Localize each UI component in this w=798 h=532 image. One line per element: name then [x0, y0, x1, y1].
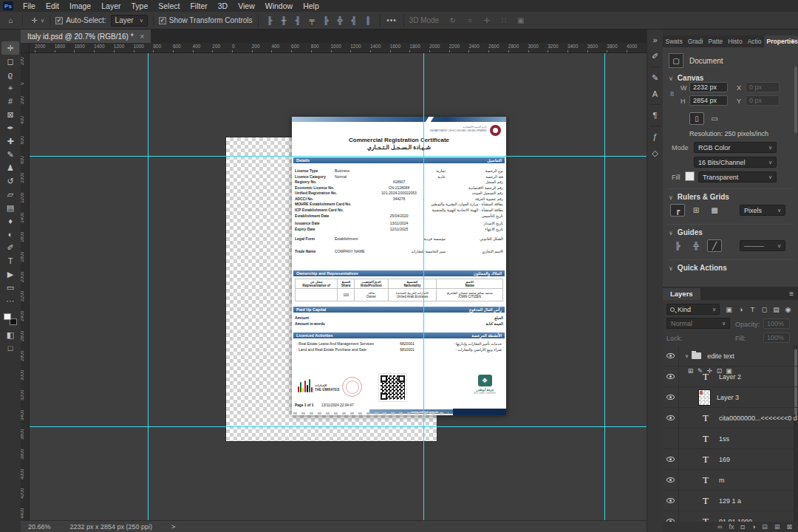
scrollbar[interactable]	[794, 66, 797, 133]
layer-filter-select[interactable]: Kind ∨	[666, 304, 720, 315]
tab-histo[interactable]: Histo	[726, 35, 745, 47]
guide-vertical-3[interactable]	[604, 53, 605, 520]
color-swatches[interactable]	[4, 313, 17, 325]
guide-style-select[interactable]: ———∨	[740, 240, 785, 251]
marquee-tool[interactable]: ◻	[1, 55, 19, 68]
canvas-section-header[interactable]: ∨Canvas	[669, 74, 703, 82]
visibility-toggle[interactable]	[663, 511, 679, 522]
landscape-orientation-button[interactable]: ▭	[707, 112, 722, 125]
brush-tool[interactable]: ✎	[1, 148, 19, 161]
link-dimensions-icon[interactable]: 8	[670, 90, 674, 98]
document-tab[interactable]: Italy id.psd @ 20.7% (RGB/16) * ×	[21, 30, 151, 43]
object-selection-tool[interactable]: ⌖	[1, 81, 19, 95]
link-layers-icon[interactable]: ∞	[717, 523, 722, 531]
home-icon[interactable]: ⌂	[4, 16, 17, 24]
layer-name[interactable]: 129 1 a	[719, 497, 741, 505]
eraser-tool[interactable]: ▱	[1, 188, 19, 201]
align-center-h-icon[interactable]: ╫	[278, 16, 290, 24]
panel-menu-icon[interactable]: ≡	[791, 37, 795, 45]
tab-patte[interactable]: Patte	[706, 35, 726, 47]
distribute-center-icon[interactable]: ╬	[334, 16, 347, 24]
visibility-toggle[interactable]	[663, 449, 679, 470]
visibility-toggle[interactable]	[663, 491, 679, 511]
lasso-tool[interactable]: ϱ	[1, 68, 19, 81]
layer-fill-field[interactable]: 100%	[763, 332, 790, 343]
distribute-top-icon[interactable]: ╠	[320, 16, 332, 24]
layers-menu-icon[interactable]: ≡	[789, 290, 794, 298]
height-field[interactable]: 2854 px	[689, 95, 728, 106]
layer-row[interactable]: Tm	[663, 470, 798, 491]
snap-icon[interactable]: ▩	[707, 204, 722, 216]
visibility-toggle[interactable]	[663, 387, 679, 408]
align-center-v-icon[interactable]: ╤	[306, 16, 318, 24]
clone-stamp-tool[interactable]: ♟	[1, 161, 19, 174]
move-tool-icon[interactable]: ✛	[28, 16, 41, 24]
layer-row[interactable]: T169	[663, 449, 798, 470]
menu-help[interactable]: Help	[298, 1, 324, 11]
delete-layer-icon[interactable]: ⊠	[786, 523, 792, 531]
guide-horizontal-2[interactable]	[30, 426, 647, 427]
layer-row[interactable]: T129 1 a	[663, 491, 798, 511]
distribute-h-icon[interactable]: ║	[362, 16, 375, 24]
status-chevron-icon[interactable]: >	[171, 523, 175, 531]
auto-select-target-dropdown[interactable]: Layer∨	[111, 15, 148, 27]
blur-tool[interactable]: ♦	[1, 214, 19, 228]
layer-name[interactable]: 1ss	[719, 435, 729, 443]
quick-actions-section-header[interactable]: ∨Quick Actions	[669, 264, 727, 272]
guides-section-header[interactable]: ∨Guides	[669, 228, 703, 236]
layer-name[interactable]: m	[719, 477, 725, 484]
menu-filter[interactable]: Filter	[185, 1, 212, 11]
zoom-level[interactable]: 20.66%	[28, 523, 51, 531]
filter-smart-icon[interactable]: ▤	[771, 304, 782, 315]
new-guide-icon[interactable]: ╠	[670, 239, 685, 252]
path-selection-tool[interactable]: ▶	[1, 267, 19, 281]
opacity-field[interactable]: 100%	[763, 318, 790, 329]
layer-row[interactable]: Layer 3	[663, 387, 798, 408]
visibility-toggle[interactable]	[663, 366, 679, 387]
quick-mask-icon[interactable]: ◧	[1, 328, 19, 341]
menu-select[interactable]: Select	[153, 1, 185, 11]
glyphs-panel-icon[interactable]: ƒ	[648, 129, 663, 145]
align-left-icon[interactable]: ╟	[264, 16, 276, 24]
dodge-tool[interactable]: ◐	[1, 228, 19, 241]
shape-tool[interactable]: ▭	[1, 281, 19, 294]
brushes-icon[interactable]: ✎	[648, 69, 663, 86]
tab-actio[interactable]: Actio	[745, 35, 764, 47]
eyedropper-tool[interactable]: ✒	[1, 121, 19, 134]
portrait-orientation-button[interactable]: ▯	[689, 112, 704, 125]
guide-vertical-1[interactable]	[148, 53, 149, 520]
layer-name[interactable]: edite text	[707, 352, 734, 360]
move-tool[interactable]: ✛	[1, 41, 19, 55]
menu-view[interactable]: View	[233, 1, 260, 11]
layer-row[interactable]: Tcita0000000...<<<<<<<0 d	[663, 408, 798, 429]
vertical-ruler[interactable]: 2000200400600800100012001400160018002000…	[21, 53, 30, 520]
layer-name[interactable]: cita0000000...<<<<<<<0 d	[719, 415, 797, 422]
frame-tool[interactable]: ⊠	[1, 108, 19, 121]
chevron-down-icon[interactable]: ∨	[41, 18, 44, 24]
blend-mode-select[interactable]: Normal∨	[666, 318, 730, 329]
pen-tool[interactable]: ✐	[1, 241, 19, 254]
adjustment-layer-icon[interactable]: ◑	[751, 523, 755, 531]
menu-edit[interactable]: Edit	[41, 1, 64, 11]
align-right-icon[interactable]: ╢	[292, 16, 304, 24]
guide-vertical-2[interactable]	[423, 53, 424, 520]
menu-window[interactable]: Window	[260, 1, 298, 11]
photoshop-logo-icon[interactable]: Ps	[3, 1, 13, 10]
layer-row[interactable]: ∨edite text	[663, 346, 798, 366]
screen-mode-icon[interactable]: □	[1, 341, 19, 355]
visibility-toggle[interactable]	[663, 408, 679, 429]
layer-row[interactable]: T1ss	[663, 429, 798, 449]
character-panel-icon[interactable]: A	[648, 86, 663, 102]
healing-brush-tool[interactable]: ✚	[1, 134, 19, 148]
menu-layer[interactable]: Layer	[96, 1, 126, 11]
layer-row[interactable]: TLayer 2	[663, 366, 798, 387]
clear-guides-icon[interactable]: ╱	[707, 239, 722, 252]
crop-tool[interactable]: #	[1, 95, 19, 108]
gradient-tool[interactable]: ▤	[1, 201, 19, 214]
distribute-bottom-icon[interactable]: ╣	[348, 16, 361, 24]
menu-image[interactable]: Image	[64, 1, 96, 11]
filter-pixel-icon[interactable]: ▣	[723, 304, 734, 315]
auto-select-checkbox[interactable]: ✓	[55, 17, 63, 24]
filter-pin-icon[interactable]: ◉	[782, 304, 794, 315]
visibility-toggle[interactable]	[663, 346, 679, 366]
